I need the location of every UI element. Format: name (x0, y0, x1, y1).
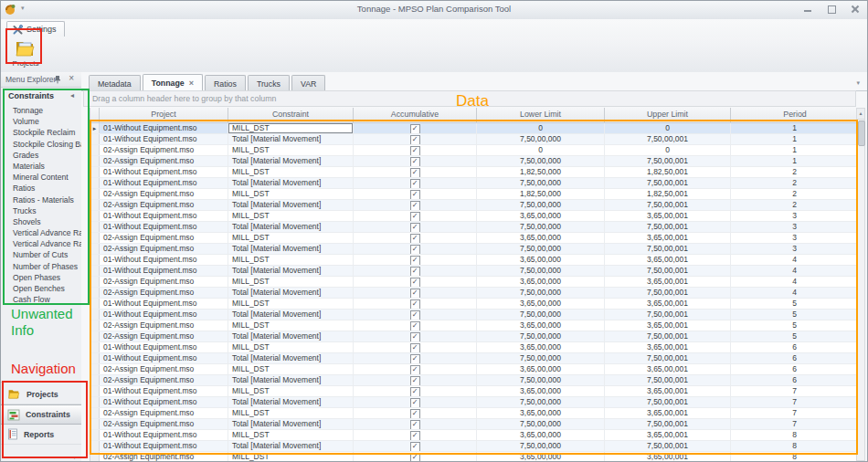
cell-period[interactable]: 3 (731, 244, 859, 254)
maximize-button[interactable] (825, 4, 838, 15)
cell-accumulative[interactable]: ✓ (354, 452, 477, 462)
table-row[interactable]: 01-Without Equipment.msoTotal [Material … (90, 222, 859, 233)
cell-constraint[interactable]: Total [Material Movement] (228, 397, 354, 407)
accumulative-checkbox[interactable]: ✓ (410, 321, 420, 331)
cell-accumulative[interactable]: ✓ (354, 200, 477, 210)
tab-settings[interactable]: Settings (6, 21, 65, 37)
table-row[interactable]: 01-Without Equipment.msoMILL_DST✓3,65,00… (90, 386, 859, 397)
tab-tonnage[interactable]: Tonnage × (143, 74, 203, 91)
cell-period[interactable]: 2 (731, 200, 859, 210)
column-header-constraint[interactable]: Constraint (228, 108, 354, 122)
accumulative-checkbox[interactable]: ✓ (410, 354, 420, 363)
cell-period[interactable]: 7 (731, 386, 859, 396)
cell-upper[interactable]: 7,50,00,001 (605, 266, 731, 276)
sidebar-item-stockpile-reclaim[interactable]: Stockpile Reclaim (1, 127, 81, 138)
cell-project[interactable]: 01-Without Equipment.mso (100, 178, 228, 188)
cell-lower[interactable]: 3,65,00,000 (477, 386, 605, 396)
accumulative-checkbox[interactable]: ✓ (410, 387, 420, 396)
cell-period[interactable]: 8 (731, 441, 859, 451)
cell-constraint[interactable]: MILL_DST (228, 408, 354, 418)
column-header-period[interactable]: Period (731, 108, 859, 122)
cell-period[interactable]: 7 (731, 397, 859, 407)
cell-lower[interactable]: 3,65,00,000 (477, 342, 605, 352)
cell-project[interactable]: 01-Without Equipment.mso (100, 397, 228, 407)
cell-upper[interactable]: 7,50,00,001 (605, 288, 731, 298)
cell-accumulative[interactable]: ✓ (354, 222, 477, 232)
cell-constraint[interactable]: MILL_DST (228, 364, 354, 374)
cell-project[interactable]: 01-Without Equipment.mso (100, 430, 228, 440)
table-row[interactable]: 01-Without Equipment.msoTotal [Material … (90, 310, 859, 320)
column-header-lower-limit[interactable]: Lower Limit (477, 108, 605, 122)
cell-constraint[interactable]: MILL_DST (228, 299, 354, 309)
cell-lower[interactable]: 7,50,00,000 (477, 441, 605, 451)
accumulative-checkbox[interactable]: ✓ (410, 267, 420, 276)
cell-project[interactable]: 02-Assign Equipment.mso (100, 320, 228, 331)
cell-period[interactable]: 2 (731, 189, 859, 199)
cell-project[interactable]: 02-Assign Equipment.mso (100, 452, 228, 462)
cell-period[interactable]: 6 (731, 353, 859, 363)
sidebar-item-shovels[interactable]: Shovels (1, 216, 81, 227)
cell-upper[interactable]: 7,50,00,001 (605, 375, 731, 385)
sidebar-item-ratios-materials[interactable]: Ratios - Materials (1, 194, 81, 205)
cell-lower[interactable]: 7,50,00,000 (477, 244, 605, 254)
cell-period[interactable]: 3 (731, 211, 859, 221)
cell-lower[interactable]: 3,65,00,000 (477, 430, 605, 440)
accumulative-checkbox[interactable]: ✓ (410, 310, 420, 320)
cell-period[interactable]: 1 (731, 156, 859, 166)
table-row[interactable]: 01-Without Equipment.msoTotal [Material … (90, 134, 859, 145)
cell-project[interactable]: 02-Assign Equipment.mso (100, 200, 228, 210)
cell-project[interactable]: 01-Without Equipment.mso (100, 353, 228, 363)
sidebar-item-trucks[interactable]: Trucks (1, 205, 81, 216)
cell-period[interactable]: 5 (731, 299, 859, 309)
sidebar-item-cash-flow[interactable]: Cash Flow (1, 294, 81, 305)
table-row[interactable]: 01-Without Equipment.msoTotal [Material … (90, 353, 859, 364)
cell-project[interactable]: 02-Assign Equipment.mso (100, 277, 228, 287)
cell-upper[interactable]: 3,65,00,001 (605, 320, 731, 331)
cell-project[interactable]: 01-Without Equipment.mso (100, 167, 228, 177)
cell-lower[interactable]: 1,82,50,000 (477, 189, 605, 199)
cell-project[interactable]: 01-Without Equipment.mso (100, 342, 228, 352)
accumulative-checkbox[interactable]: ✓ (410, 398, 420, 407)
cell-accumulative[interactable]: ✓ (354, 288, 477, 298)
sidebar-item-vertical-advance-rates[interactable]: Vertical Advance Rates (1, 227, 81, 238)
cell-period[interactable]: 4 (731, 255, 859, 265)
nav-item-constraints[interactable]: Constraints (1, 404, 81, 425)
cell-project[interactable]: 02-Assign Equipment.mso (100, 364, 228, 374)
cell-lower[interactable]: 7,50,00,000 (477, 331, 605, 341)
accumulative-checkbox[interactable]: ✓ (410, 409, 420, 418)
cell-accumulative[interactable]: ✓ (354, 331, 477, 341)
accumulative-checkbox[interactable]: ✓ (410, 234, 420, 243)
cell-constraint[interactable]: MILL_DST (228, 386, 354, 396)
cell-project[interactable]: 02-Assign Equipment.mso (100, 233, 228, 243)
table-row[interactable]: 01-Without Equipment.msoMILL_DST✓3,65,00… (90, 255, 859, 266)
cell-upper[interactable]: 3,65,00,001 (605, 408, 731, 418)
accumulative-checkbox[interactable]: ✓ (410, 124, 420, 133)
scrollbar-thumb[interactable] (858, 121, 865, 146)
cell-lower[interactable]: 7,50,00,000 (477, 310, 605, 320)
cell-accumulative[interactable]: ✓ (354, 364, 477, 374)
vertical-scrollbar[interactable]: ▴ (856, 108, 865, 461)
cell-constraint[interactable]: MILL_DST (228, 145, 354, 155)
minimize-button[interactable] (801, 4, 814, 15)
cell-accumulative[interactable]: ✓ (354, 233, 477, 243)
cell-period[interactable]: 3 (731, 222, 859, 232)
cell-upper[interactable]: 0 (605, 145, 731, 155)
cell-period[interactable]: 5 (731, 331, 859, 341)
cell-constraint[interactable]: Total [Material Movement] (228, 310, 354, 320)
accumulative-checkbox[interactable]: ✓ (410, 201, 420, 210)
sidebar-item-mineral-content[interactable]: Mineral Content (1, 172, 81, 183)
cell-lower[interactable]: 3,65,00,000 (477, 452, 605, 462)
cell-lower[interactable]: 7,50,00,000 (477, 288, 605, 298)
accumulative-checkbox[interactable]: ✓ (410, 179, 420, 188)
cell-upper[interactable]: 3,65,00,001 (605, 299, 731, 309)
cell-upper[interactable]: 3,65,00,001 (605, 277, 731, 287)
cell-upper[interactable]: 7,50,00,001 (605, 222, 731, 232)
cell-constraint[interactable]: MILL_DST (228, 123, 354, 133)
cell-constraint[interactable]: Total [Material Movement] (228, 200, 354, 210)
cell-lower[interactable]: 3,65,00,000 (477, 233, 605, 243)
cell-constraint[interactable]: Total [Material Movement] (228, 266, 354, 276)
cell-accumulative[interactable]: ✓ (354, 189, 477, 199)
table-row[interactable]: 02-Assign Equipment.msoTotal [Material M… (90, 156, 859, 167)
cell-upper[interactable]: 3,65,00,001 (605, 342, 731, 352)
cell-upper[interactable]: 1,82,50,001 (605, 167, 731, 177)
